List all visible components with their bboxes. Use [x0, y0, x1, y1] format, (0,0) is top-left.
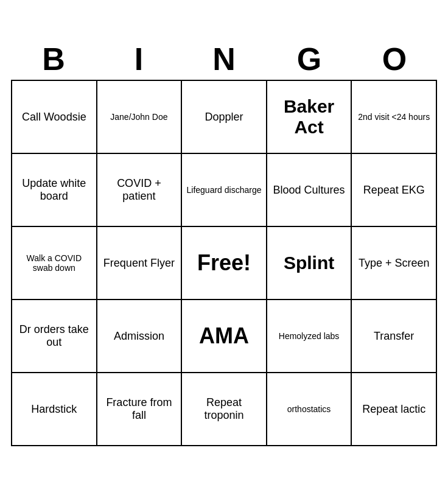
grid-cell-4-3: orthostatics	[267, 373, 352, 446]
grid-cell-2-4: Type + Screen	[351, 226, 436, 300]
grid-cell-0-3: Baker Act	[267, 80, 352, 153]
grid-row-2: Walk a COVID swab downFrequent FlyerFree…	[12, 226, 436, 300]
grid-cell-4-4: Repeat lactic	[351, 373, 436, 446]
grid-cell-1-3: Blood Cultures	[267, 153, 352, 226]
grid-cell-3-2: AMA	[181, 300, 267, 373]
grid-cell-4-1: Fracture from fall	[97, 373, 182, 446]
grid-cell-0-0: Call Woodsie	[12, 80, 97, 153]
grid-cell-0-1: Jane/John Doe	[97, 80, 182, 153]
bingo-grid: Call WoodsieJane/John DoeDopplerBaker Ac…	[11, 80, 437, 446]
grid-cell-2-2: Free!	[181, 226, 267, 300]
header-letter-i: I	[96, 41, 181, 77]
grid-cell-2-3: Splint	[267, 226, 352, 300]
grid-row-4: HardstickFracture from fallRepeat tropon…	[12, 373, 436, 446]
header-letter-o: O	[352, 41, 437, 77]
bingo-header: BINGO	[11, 41, 437, 77]
grid-cell-2-0: Walk a COVID swab down	[12, 226, 97, 300]
header-letter-b: B	[11, 41, 96, 77]
grid-cell-2-1: Frequent Flyer	[97, 226, 182, 300]
grid-cell-1-0: Update white board	[12, 153, 97, 226]
grid-cell-1-1: COVID + patient	[97, 153, 182, 226]
grid-cell-3-0: Dr orders take out	[12, 300, 97, 373]
grid-cell-3-4: Transfer	[351, 300, 436, 373]
grid-cell-0-4: 2nd visit <24 hours	[351, 80, 436, 153]
header-letter-g: G	[267, 41, 352, 77]
grid-cell-1-2: Lifeguard discharge	[181, 153, 267, 226]
grid-cell-3-3: Hemolyzed labs	[267, 300, 352, 373]
grid-row-3: Dr orders take outAdmissionAMAHemolyzed …	[12, 300, 436, 373]
bingo-card: BINGO Call WoodsieJane/John DoeDopplerBa…	[11, 41, 437, 446]
grid-cell-3-1: Admission	[97, 300, 182, 373]
grid-cell-4-0: Hardstick	[12, 373, 97, 446]
grid-cell-4-2: Repeat troponin	[181, 373, 267, 446]
header-letter-n: N	[181, 41, 267, 77]
grid-row-0: Call WoodsieJane/John DoeDopplerBaker Ac…	[12, 80, 436, 153]
grid-row-1: Update white boardCOVID + patientLifegua…	[12, 153, 436, 226]
grid-cell-0-2: Doppler	[181, 80, 267, 153]
grid-cell-1-4: Repeat EKG	[351, 153, 436, 226]
